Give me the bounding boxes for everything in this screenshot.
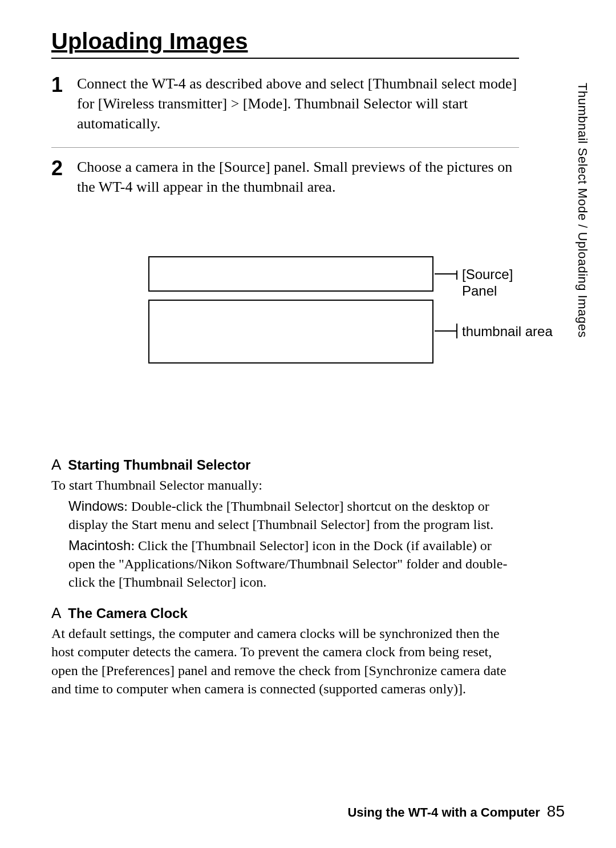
info-icon: A	[51, 456, 61, 473]
note-windows: Windows: Double-click the [Thumbnail Sel…	[68, 497, 519, 534]
step-text: Choose a camera in the [Source] panel. S…	[77, 157, 519, 197]
platform-text: : Click the [Thumbnail Selector] icon in…	[68, 538, 507, 590]
page-title: Uploading Images	[51, 29, 519, 59]
diagram-connector	[456, 324, 457, 338]
note-heading-clock: AThe Camera Clock	[51, 604, 519, 622]
note-title: The Camera Clock	[68, 605, 187, 621]
footer-text: Using the WT-4 with a Computer	[347, 805, 540, 819]
diagram-thumbnail-label: thumbnail area	[462, 324, 559, 340]
step-number: 1	[51, 74, 77, 134]
diagram-connector	[456, 270, 457, 280]
page-number: 85	[547, 802, 565, 820]
step-number: 2	[51, 157, 77, 197]
step-2: 2 Choose a camera in the [Source] panel.…	[51, 148, 519, 211]
info-icon: A	[51, 604, 61, 621]
step-1: 1 Connect the WT-4 as described above an…	[51, 64, 519, 148]
side-tab: Thumbnail Select Mode / Uploading Images	[575, 83, 590, 338]
diagram-connector	[435, 330, 456, 332]
note-macintosh: Macintosh: Click the [Thumbnail Selector…	[68, 536, 519, 592]
diagram-source-label: [Source] Panel	[462, 266, 519, 300]
note-clock-text: At default settings, the computer and ca…	[51, 624, 519, 698]
platform-text: : Double-click the [Thumbnail Selector] …	[68, 499, 493, 532]
note-heading-starting: AStarting Thumbnail Selector	[51, 456, 519, 474]
footer: Using the WT-4 with a Computer 85	[347, 802, 565, 821]
step-text: Connect the WT-4 as described above and …	[77, 74, 519, 134]
note-title: Starting Thumbnail Selector	[68, 457, 250, 473]
note-intro: To start Thumbnail Selector manually:	[51, 476, 519, 494]
platform-label: Macintosh	[68, 538, 131, 553]
diagram-source-box	[148, 256, 433, 292]
platform-label: Windows	[68, 498, 124, 514]
diagram-thumbnail-box	[148, 300, 433, 364]
diagram: [Source] Panel thumbnail area	[86, 256, 519, 422]
diagram-connector	[435, 273, 456, 274]
